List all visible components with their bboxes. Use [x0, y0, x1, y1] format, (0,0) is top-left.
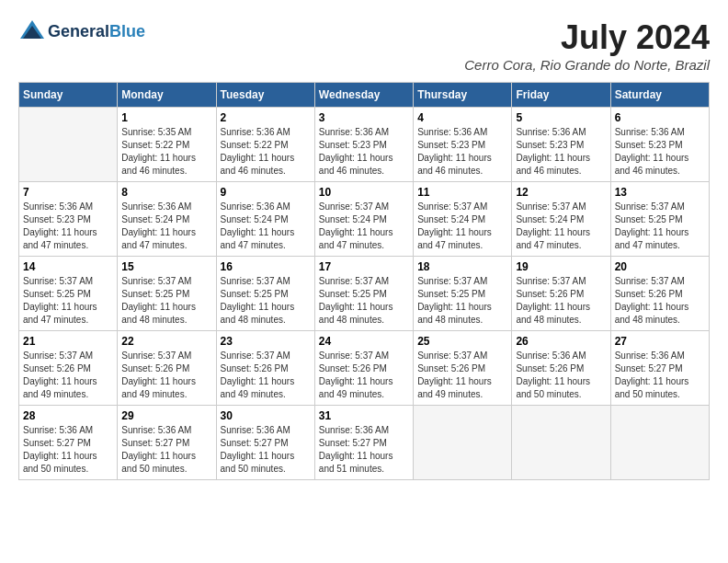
day-info: Sunrise: 5:37 AMSunset: 5:24 PMDaylight:…	[417, 201, 507, 252]
day-number: 21	[23, 335, 113, 348]
day-number: 23	[221, 335, 311, 348]
day-number: 11	[417, 186, 507, 199]
weekday-header-tuesday: Tuesday	[216, 83, 314, 108]
day-number: 28	[23, 409, 113, 422]
calendar-table: SundayMondayTuesdayWednesdayThursdayFrid…	[18, 82, 710, 480]
calendar-cell: 19Sunrise: 5:37 AMSunset: 5:26 PMDayligh…	[512, 257, 610, 331]
day-info: Sunrise: 5:37 AMSunset: 5:25 PMDaylight:…	[23, 275, 113, 327]
calendar-cell: 23Sunrise: 5:37 AMSunset: 5:26 PMDayligh…	[216, 331, 314, 406]
day-info: Sunrise: 5:35 AMSunset: 5:22 PMDaylight:…	[121, 126, 211, 178]
day-info: Sunrise: 5:37 AMSunset: 5:25 PMDaylight:…	[417, 275, 507, 327]
day-number: 27	[615, 335, 705, 348]
calendar-cell: 3Sunrise: 5:36 AMSunset: 5:23 PMDaylight…	[314, 108, 413, 182]
day-info: Sunrise: 5:36 AMSunset: 5:23 PMDaylight:…	[615, 126, 705, 178]
calendar-cell: 17Sunrise: 5:37 AMSunset: 5:25 PMDayligh…	[314, 257, 413, 331]
day-number: 16	[221, 260, 311, 273]
day-info: Sunrise: 5:36 AMSunset: 5:22 PMDaylight:…	[221, 126, 311, 178]
week-row-4: 21Sunrise: 5:37 AMSunset: 5:26 PMDayligh…	[19, 331, 710, 406]
calendar-cell: 28Sunrise: 5:36 AMSunset: 5:27 PMDayligh…	[19, 406, 118, 480]
day-number: 25	[417, 335, 507, 348]
page-header: GeneralBlue July 2024 Cerro Cora, Rio Gr…	[18, 18, 710, 73]
calendar-cell: 12Sunrise: 5:37 AMSunset: 5:24 PMDayligh…	[512, 182, 610, 257]
logo: GeneralBlue	[18, 18, 145, 46]
title-block: July 2024 Cerro Cora, Rio Grande do Nort…	[464, 18, 710, 73]
day-info: Sunrise: 5:37 AMSunset: 5:24 PMDaylight:…	[319, 201, 409, 252]
day-info: Sunrise: 5:37 AMSunset: 5:24 PMDaylight:…	[516, 201, 606, 252]
day-info: Sunrise: 5:36 AMSunset: 5:23 PMDaylight:…	[417, 126, 507, 178]
day-number: 24	[319, 335, 409, 348]
day-number: 31	[319, 409, 409, 422]
day-info: Sunrise: 5:36 AMSunset: 5:27 PMDaylight:…	[221, 424, 311, 476]
calendar-cell: 7Sunrise: 5:36 AMSunset: 5:23 PMDaylight…	[19, 182, 118, 257]
day-info: Sunrise: 5:36 AMSunset: 5:27 PMDaylight:…	[615, 350, 705, 401]
day-info: Sunrise: 5:36 AMSunset: 5:23 PMDaylight:…	[23, 201, 113, 252]
day-number: 2	[221, 111, 311, 124]
calendar-cell: 21Sunrise: 5:37 AMSunset: 5:26 PMDayligh…	[19, 331, 118, 406]
weekday-header-thursday: Thursday	[414, 83, 512, 108]
month-title: July 2024	[464, 18, 710, 57]
day-number: 3	[319, 111, 409, 124]
calendar-cell: 10Sunrise: 5:37 AMSunset: 5:24 PMDayligh…	[314, 182, 413, 257]
day-info: Sunrise: 5:37 AMSunset: 5:26 PMDaylight:…	[615, 275, 705, 327]
day-number: 19	[516, 260, 606, 273]
day-info: Sunrise: 5:36 AMSunset: 5:23 PMDaylight:…	[516, 126, 606, 178]
day-info: Sunrise: 5:36 AMSunset: 5:24 PMDaylight:…	[121, 201, 211, 252]
week-row-1: 1Sunrise: 5:35 AMSunset: 5:22 PMDaylight…	[19, 108, 710, 182]
calendar-cell	[414, 406, 512, 480]
weekday-header-friday: Friday	[512, 83, 610, 108]
location: Cerro Cora, Rio Grande do Norte, Brazil	[464, 57, 710, 73]
calendar-cell: 29Sunrise: 5:36 AMSunset: 5:27 PMDayligh…	[118, 406, 216, 480]
week-row-2: 7Sunrise: 5:36 AMSunset: 5:23 PMDaylight…	[19, 182, 710, 257]
calendar-cell: 22Sunrise: 5:37 AMSunset: 5:26 PMDayligh…	[118, 331, 216, 406]
weekday-header-row: SundayMondayTuesdayWednesdayThursdayFrid…	[19, 83, 710, 108]
day-info: Sunrise: 5:36 AMSunset: 5:27 PMDaylight:…	[23, 424, 113, 476]
day-number: 8	[121, 186, 211, 199]
day-number: 22	[121, 335, 211, 348]
calendar-cell: 30Sunrise: 5:36 AMSunset: 5:27 PMDayligh…	[216, 406, 314, 480]
day-info: Sunrise: 5:36 AMSunset: 5:27 PMDaylight:…	[121, 424, 211, 476]
calendar-cell: 8Sunrise: 5:36 AMSunset: 5:24 PMDaylight…	[118, 182, 216, 257]
week-row-5: 28Sunrise: 5:36 AMSunset: 5:27 PMDayligh…	[19, 406, 710, 480]
day-number: 17	[319, 260, 409, 273]
day-number: 26	[516, 335, 606, 348]
weekday-header-saturday: Saturday	[610, 83, 709, 108]
calendar-cell: 13Sunrise: 5:37 AMSunset: 5:25 PMDayligh…	[610, 182, 709, 257]
calendar-cell: 31Sunrise: 5:36 AMSunset: 5:27 PMDayligh…	[314, 406, 413, 480]
day-number: 14	[23, 260, 113, 273]
calendar-cell: 9Sunrise: 5:36 AMSunset: 5:24 PMDaylight…	[216, 182, 314, 257]
day-number: 12	[516, 186, 606, 199]
day-info: Sunrise: 5:37 AMSunset: 5:25 PMDaylight:…	[615, 201, 705, 252]
calendar-cell: 27Sunrise: 5:36 AMSunset: 5:27 PMDayligh…	[610, 331, 709, 406]
day-number: 13	[615, 186, 705, 199]
calendar-cell: 6Sunrise: 5:36 AMSunset: 5:23 PMDaylight…	[610, 108, 709, 182]
calendar-cell	[19, 108, 118, 182]
logo-icon	[18, 18, 46, 46]
day-info: Sunrise: 5:36 AMSunset: 5:24 PMDaylight:…	[221, 201, 311, 252]
day-number: 7	[23, 186, 113, 199]
calendar-cell: 18Sunrise: 5:37 AMSunset: 5:25 PMDayligh…	[414, 257, 512, 331]
week-row-3: 14Sunrise: 5:37 AMSunset: 5:25 PMDayligh…	[19, 257, 710, 331]
day-info: Sunrise: 5:37 AMSunset: 5:26 PMDaylight:…	[121, 350, 211, 401]
calendar-cell: 15Sunrise: 5:37 AMSunset: 5:25 PMDayligh…	[118, 257, 216, 331]
calendar-cell	[512, 406, 610, 480]
day-number: 9	[221, 186, 311, 199]
day-number: 6	[615, 111, 705, 124]
day-number: 29	[121, 409, 211, 422]
day-number: 20	[615, 260, 705, 273]
day-info: Sunrise: 5:37 AMSunset: 5:26 PMDaylight:…	[417, 350, 507, 401]
calendar-cell: 5Sunrise: 5:36 AMSunset: 5:23 PMDaylight…	[512, 108, 610, 182]
day-number: 18	[417, 260, 507, 273]
calendar-cell: 25Sunrise: 5:37 AMSunset: 5:26 PMDayligh…	[414, 331, 512, 406]
weekday-header-sunday: Sunday	[19, 83, 118, 108]
day-number: 15	[121, 260, 211, 273]
calendar-cell: 16Sunrise: 5:37 AMSunset: 5:25 PMDayligh…	[216, 257, 314, 331]
day-info: Sunrise: 5:36 AMSunset: 5:23 PMDaylight:…	[319, 126, 409, 178]
day-number: 1	[121, 111, 211, 124]
logo-text: GeneralBlue	[48, 23, 145, 41]
day-number: 5	[516, 111, 606, 124]
day-info: Sunrise: 5:37 AMSunset: 5:26 PMDaylight:…	[23, 350, 113, 401]
day-info: Sunrise: 5:37 AMSunset: 5:25 PMDaylight:…	[121, 275, 211, 327]
calendar-cell: 24Sunrise: 5:37 AMSunset: 5:26 PMDayligh…	[314, 331, 413, 406]
day-info: Sunrise: 5:37 AMSunset: 5:26 PMDaylight:…	[221, 350, 311, 401]
calendar-cell: 4Sunrise: 5:36 AMSunset: 5:23 PMDaylight…	[414, 108, 512, 182]
